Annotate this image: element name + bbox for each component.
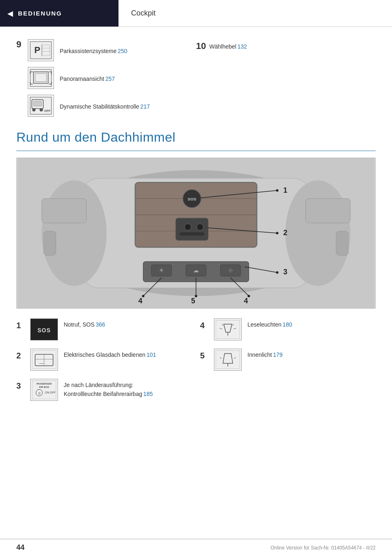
svg-text:AIR BAG: AIR BAG xyxy=(39,386,49,388)
header-page-title-area: Cockpit xyxy=(118,0,392,27)
bottom-item-5: 5 Innenlicht 179 xyxy=(200,349,376,371)
glassdach-icon: — xyxy=(30,349,58,371)
section-divider xyxy=(16,151,376,151)
section9-item-parking: P Parkassistenzsysteme 250 xyxy=(28,39,150,61)
footer-legal-text: Online Version für Sach-Nr. 01405A54674 … xyxy=(271,545,376,551)
svg-text:SOS: SOS xyxy=(188,197,196,201)
bottom-item-5-number: 5 xyxy=(200,349,208,360)
page-footer: 44 Online Version für Sach-Nr. 01405A546… xyxy=(0,539,392,556)
svg-text:P: P xyxy=(34,45,40,55)
section-roof-heading: Rund um den Dachhimmel xyxy=(16,130,376,145)
svg-text:2: 2 xyxy=(283,229,287,237)
svg-point-27 xyxy=(185,224,191,230)
section9-panorama-text: Panoramaansicht 257 xyxy=(60,73,115,83)
page-title: Cockpit xyxy=(131,9,156,18)
svg-rect-29 xyxy=(180,232,204,236)
section9-icons-col: P Parkassistenzsysteme 250 xyxy=(28,39,150,117)
svg-rect-40 xyxy=(336,231,348,256)
page-number: 44 xyxy=(16,543,24,552)
bottom-item-3-number: 3 xyxy=(16,379,24,391)
svg-text:1: 1 xyxy=(283,186,287,194)
svg-text:☀: ☀ xyxy=(159,267,164,274)
bottom-item-1-text: Notruf, SOS 366 xyxy=(64,318,105,329)
svg-rect-39 xyxy=(306,198,350,223)
car-overhead-image: SOS ☀ ☁ ⊹ xyxy=(16,158,376,309)
svg-point-13 xyxy=(40,108,43,111)
airbag-icon: PASSENGER AIR BAG ⊙ ON OFF xyxy=(30,379,58,401)
svg-text:5: 5 xyxy=(191,297,195,305)
svg-text:⊹: ⊹ xyxy=(228,267,233,274)
svg-rect-26 xyxy=(176,218,208,240)
section10-text: Wählhebel 132 xyxy=(209,41,247,51)
bottom-item-2-number: 2 xyxy=(16,349,24,360)
panorama-icon xyxy=(28,67,54,89)
section9-number: 9 xyxy=(16,39,21,50)
section9-item-panorama: Panoramaansicht 257 xyxy=(28,67,150,89)
svg-point-42 xyxy=(276,189,278,192)
main-content: 9 P xyxy=(0,27,392,417)
section9-dsc-text: Dynamische Stabilitätskontrolle 217 xyxy=(60,101,150,111)
page-header: ◀ BEDIENUNG Cockpit xyxy=(0,0,392,27)
svg-rect-37 xyxy=(42,198,86,223)
svg-text:3: 3 xyxy=(283,268,287,276)
svg-rect-61 xyxy=(216,320,240,339)
svg-rect-38 xyxy=(44,231,56,256)
bottom-item-2-text: Elektrisches Glasdach bedie​nen 101 xyxy=(64,349,156,359)
bottom-item-4: 4 Leseleuchten 180 xyxy=(200,318,376,340)
section9-right-col: 10 Wählhebel 132 xyxy=(196,39,376,118)
bottom-items-grid: 1 SOS Notruf, SOS 366 4 xyxy=(16,318,376,409)
section9-grid: 9 P xyxy=(16,39,376,118)
innenlicht-icon xyxy=(214,349,242,371)
sos-icon: SOS xyxy=(30,318,58,340)
bottom-item-2: 2 — Elektrisches Glasdach bedie​nen 101 xyxy=(16,349,192,371)
svg-text:☁: ☁ xyxy=(193,267,199,274)
bottom-item-3-text: Je nach Länderausführung: Kontrollleucht… xyxy=(64,379,153,399)
parking-icon: P xyxy=(28,39,54,61)
section10-number: 10 xyxy=(196,41,206,51)
svg-rect-0 xyxy=(30,42,51,59)
dsc-icon: OFF xyxy=(28,95,54,117)
section9-parking-text: Parkassistenzsysteme 250 xyxy=(60,45,127,56)
svg-point-45 xyxy=(276,232,278,234)
svg-point-48 xyxy=(276,271,278,274)
header-section-label: ◀ BEDIENUNG xyxy=(0,0,118,27)
svg-text:PASSENGER: PASSENGER xyxy=(36,383,52,385)
bottom-item-1-number: 1 xyxy=(16,318,24,330)
svg-rect-11 xyxy=(33,101,42,106)
bottom-item-5-text: Innenlicht 179 xyxy=(247,349,283,359)
section-label: BEDIENUNG xyxy=(18,10,62,17)
svg-text:⊙: ⊙ xyxy=(38,391,41,395)
bottom-item-1: 1 SOS Notruf, SOS 366 xyxy=(16,318,192,340)
svg-text:SOS: SOS xyxy=(38,327,51,334)
section9-header-row: 9 P xyxy=(16,39,196,117)
svg-point-12 xyxy=(32,108,36,111)
svg-text:4: 4 xyxy=(138,297,143,305)
leseleuchten-icon xyxy=(214,318,242,340)
svg-text:4: 4 xyxy=(244,297,248,305)
svg-text:ON: ON xyxy=(45,391,49,394)
section9-left-col: 9 P xyxy=(16,39,196,118)
section10-row: 10 Wählhebel 132 xyxy=(196,39,376,51)
svg-text:OFF: OFF xyxy=(44,109,51,113)
back-arrow-icon[interactable]: ◀ xyxy=(7,9,13,18)
bottom-item-4-number: 4 xyxy=(200,318,208,330)
svg-point-28 xyxy=(197,224,203,230)
svg-text:OFF: OFF xyxy=(50,391,56,394)
bottom-item-4-text: Leseleuchten 180 xyxy=(247,318,292,329)
svg-text:—: — xyxy=(39,360,44,365)
bottom-item-3: 3 PASSENGER AIR BAG ⊙ ON OFF Je nach Län… xyxy=(16,379,192,401)
section9-item-dsc: OFF Dynamische Stabilitätskontrolle 217 xyxy=(28,95,150,117)
